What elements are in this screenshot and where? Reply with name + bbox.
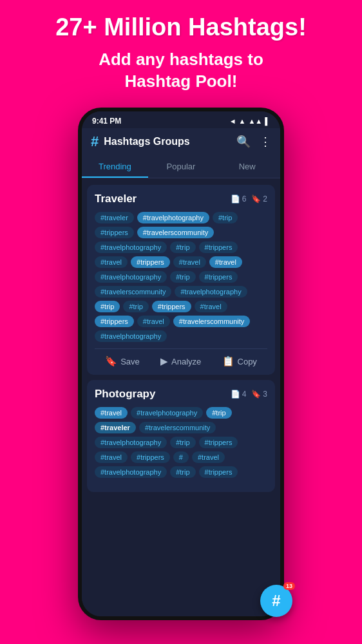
photography-card: Photograpy 📄 4 🔖 3 #travel #t xyxy=(87,380,275,492)
chip[interactable]: #trip xyxy=(95,301,120,312)
app-bar-right: 🔍 ⋮ xyxy=(236,135,271,149)
chip[interactable]: #travelphotography xyxy=(95,437,167,448)
hero-title: 27+ Million Hashtags! xyxy=(13,14,349,41)
meta-copy: 📄 6 xyxy=(231,194,247,204)
chip[interactable]: #travelphotography xyxy=(95,242,167,253)
fab-container: # 13 xyxy=(260,585,292,617)
fab-badge: 13 xyxy=(283,582,295,590)
battery-icon: ▌ xyxy=(265,117,270,125)
tab-new[interactable]: New xyxy=(214,155,280,178)
card-title: Photograpy xyxy=(95,388,155,401)
card-title: Traveler xyxy=(95,193,137,205)
save-label: Save xyxy=(120,357,140,366)
chip[interactable]: #travel xyxy=(173,256,206,268)
chip[interactable]: #travelerscommunity xyxy=(137,227,214,238)
copy-label: Copy xyxy=(238,357,257,366)
save-icon: 🔖 xyxy=(105,355,117,367)
hero-section: 27+ Million Hashtags! Add any hashtags t… xyxy=(0,0,362,99)
chip[interactable]: #travelerscommunity xyxy=(95,286,171,298)
copy-button[interactable]: 📋 Copy xyxy=(222,355,257,367)
chip[interactable]: #trip xyxy=(170,437,195,448)
meta-copy: 📄 4 xyxy=(231,390,247,399)
chip[interactable]: #travelphotography xyxy=(95,271,167,283)
chip[interactable]: #travel xyxy=(195,301,227,312)
status-icons: ◄ ▲ ▲▲ ▌ xyxy=(229,117,270,125)
chip[interactable]: #trip xyxy=(213,212,238,223)
chip[interactable]: #trip xyxy=(170,242,195,253)
chip[interactable]: #trippers xyxy=(152,301,191,312)
chip[interactable]: #trippers xyxy=(95,316,134,327)
card-header: Traveler 📄 6 🔖 2 xyxy=(95,193,267,205)
mute-icon: ◄ xyxy=(229,117,236,125)
phone-frame: 9:41 PM ◄ ▲ ▲▲ ▌ # Hashtags Groups 🔍 ⋮ T… xyxy=(78,108,284,620)
app-bar: # Hashtags Groups 🔍 ⋮ xyxy=(82,128,280,155)
fab-wrapper: # 13 xyxy=(260,585,292,617)
save-button[interactable]: 🔖 Save xyxy=(105,355,140,367)
card-meta: 📄 6 🔖 2 xyxy=(231,194,267,204)
analyze-label: Analyze xyxy=(171,357,201,366)
chip[interactable]: #travel xyxy=(209,256,242,268)
tab-popular[interactable]: Popular xyxy=(148,155,214,178)
phone-mockup: 9:41 PM ◄ ▲ ▲▲ ▌ # Hashtags Groups 🔍 ⋮ T… xyxy=(0,108,362,620)
chip[interactable]: #travel xyxy=(192,451,225,463)
tab-trending[interactable]: Trending xyxy=(82,155,148,178)
content-area: Traveler 📄 6 🔖 2 #traveler #t xyxy=(82,178,280,616)
status-bar: 9:41 PM ◄ ▲ ▲▲ ▌ xyxy=(82,111,280,128)
app-bar-left: # Hashtags Groups xyxy=(91,133,190,150)
hashtag-app-icon: # xyxy=(91,133,99,150)
meta-bookmark: 🔖 3 xyxy=(251,390,267,399)
chip[interactable]: #travelphotography xyxy=(175,286,247,298)
chip[interactable]: #travel xyxy=(95,256,128,268)
chip[interactable]: #trippers xyxy=(199,466,238,478)
chip[interactable]: #trippers xyxy=(95,227,134,238)
search-icon[interactable]: 🔍 xyxy=(236,135,251,149)
chip[interactable]: #trip xyxy=(170,271,195,283)
copy-icon: 📄 xyxy=(231,194,240,204)
analyze-button[interactable]: ▶ Analyze xyxy=(160,355,201,367)
wifi-icon: ▲ xyxy=(239,117,246,125)
chip[interactable]: #travelphotography xyxy=(131,407,203,419)
chip[interactable]: #travel xyxy=(95,407,128,419)
app-bar-title: Hashtags Groups xyxy=(104,136,189,147)
chip[interactable]: #trip xyxy=(123,301,148,312)
chip[interactable]: #trippers xyxy=(199,271,238,283)
bookmark-icon: 🔖 xyxy=(251,194,261,204)
chip[interactable]: #trip xyxy=(170,466,195,478)
fab-hashtag-icon: # xyxy=(272,592,280,610)
chip[interactable]: #travel xyxy=(95,451,128,463)
chip[interactable]: #travel xyxy=(137,316,170,327)
copy-icon: 📋 xyxy=(222,355,234,367)
chip[interactable]: #trip xyxy=(206,407,231,419)
chip[interactable]: #travelerscommunity xyxy=(173,316,250,327)
meta-bookmark: 🔖 2 xyxy=(251,194,267,204)
chip[interactable]: #trippers xyxy=(131,256,170,268)
signal-icon: ▲▲ xyxy=(248,117,262,125)
copy-icon: 📄 xyxy=(231,390,240,399)
chip[interactable]: #trippers xyxy=(199,242,238,253)
tabs-bar: Trending Popular New xyxy=(82,155,280,178)
chip[interactable]: #trippers xyxy=(199,437,238,448)
hero-subtitle: Add any hashtags toHashtag Pool! xyxy=(13,49,349,93)
chip[interactable]: #travelerscommunity xyxy=(139,422,216,433)
card-actions: 🔖 Save ▶ Analyze 📋 Copy xyxy=(95,348,267,367)
photography-chips: #travel #travelphotography #trip #travel… xyxy=(95,407,267,478)
traveler-card: Traveler 📄 6 🔖 2 #traveler #t xyxy=(87,185,275,375)
chip[interactable]: # xyxy=(173,451,189,463)
chip[interactable]: #travelphotography xyxy=(137,212,209,223)
chip[interactable]: #travelphotography xyxy=(95,330,167,342)
chip[interactable]: #trippers xyxy=(131,451,170,463)
card-meta: 📄 4 🔖 3 xyxy=(231,390,267,399)
analyze-icon: ▶ xyxy=(160,355,168,367)
bookmark-icon: 🔖 xyxy=(251,390,261,399)
chip[interactable]: #travelphotography xyxy=(95,466,167,478)
traveler-chips: #traveler #travelphotography #trip #trip… xyxy=(95,212,267,342)
card-header: Photograpy 📄 4 🔖 3 xyxy=(95,388,267,401)
status-time: 9:41 PM xyxy=(92,117,121,126)
more-icon[interactable]: ⋮ xyxy=(260,135,271,149)
chip[interactable]: #traveler xyxy=(95,212,134,223)
chip[interactable]: #traveler xyxy=(95,422,136,433)
